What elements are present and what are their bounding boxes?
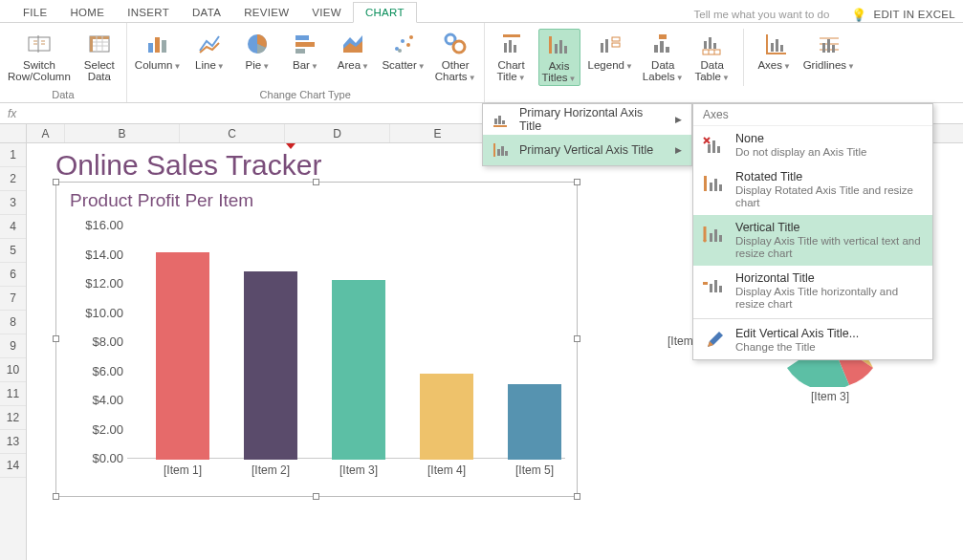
dd2-option-vertical-title[interactable]: Vertical TitleDisplay Axis Title with ve… [693, 215, 932, 266]
svg-rect-58 [719, 184, 722, 191]
dd2-option-horizontal-title[interactable]: Horizontal TitleDisplay Axis Title horiz… [693, 266, 932, 316]
row-header[interactable]: 14 [0, 454, 26, 478]
row-header[interactable]: 9 [0, 334, 26, 358]
pie-chart-button[interactable]: Pie▼ [236, 29, 278, 73]
tab-view[interactable]: VIEW [300, 3, 353, 22]
dd2-header: Axes [693, 104, 932, 126]
data-labels-button[interactable]: Data Labels▼ [641, 29, 686, 84]
row-header[interactable]: 5 [0, 239, 26, 263]
x-axis-category: [Item 5] [496, 463, 573, 477]
column-chart-button[interactable]: Column▼ [133, 29, 184, 73]
column-header[interactable]: E [390, 124, 486, 142]
axis-titles-button[interactable]: Axis Titles▼ [538, 29, 580, 86]
switch-row-column-button[interactable]: Switch Row/Column [6, 29, 73, 82]
tab-file[interactable]: FILE [11, 3, 59, 22]
dd1-vertical-axis-title[interactable]: Primary Vertical Axis Title ▶ [483, 135, 691, 165]
tab-chart[interactable]: CHART [353, 2, 417, 23]
svg-rect-42 [827, 39, 830, 53]
chart-bar[interactable] [332, 280, 385, 460]
svg-rect-9 [295, 42, 315, 47]
svg-rect-8 [295, 35, 309, 40]
legend-button[interactable]: Legend▼ [586, 29, 635, 73]
row-header[interactable]: 10 [0, 358, 26, 382]
bar-chart-button[interactable]: Bar▼ [284, 29, 326, 73]
svg-rect-6 [162, 40, 166, 53]
svg-rect-32 [666, 47, 669, 53]
column-header[interactable]: B [65, 124, 180, 142]
column-header[interactable]: D [285, 124, 390, 142]
other-charts-button[interactable]: Other Charts▼ [433, 29, 478, 84]
embedded-chart[interactable]: Product Profit Per Item $0.00$2.00$4.00$… [55, 182, 578, 497]
ribbon: Switch Row/Column Select Data Data Colum… [0, 23, 963, 103]
fx-label: fx [8, 107, 16, 120]
svg-rect-51 [505, 151, 508, 156]
svg-rect-33 [659, 34, 667, 39]
row-header[interactable]: 11 [0, 382, 26, 406]
svg-rect-22 [549, 36, 552, 54]
y-axis-tick: $14.00 [76, 247, 123, 261]
row-headers: 1234567891011121314 [0, 124, 27, 560]
svg-rect-48 [493, 143, 495, 157]
svg-point-12 [401, 39, 405, 43]
y-axis-tick: $12.00 [76, 276, 123, 291]
chart-bar[interactable] [156, 252, 209, 460]
none-icon [701, 132, 728, 159]
pencil-icon [701, 327, 728, 354]
dd1-horizontal-axis-title[interactable]: Primary Horizontal Axis Title ▶ [483, 104, 691, 135]
tab-data[interactable]: DATA [181, 3, 232, 22]
svg-rect-26 [601, 43, 603, 53]
tell-me-search[interactable]: Tell me what you want to do [690, 7, 843, 22]
row-header[interactable]: 6 [0, 263, 26, 287]
svg-rect-20 [509, 40, 512, 53]
scatter-chart-button[interactable]: Scatter▼ [380, 29, 427, 73]
svg-rect-61 [719, 235, 722, 242]
edit-in-excel-button[interactable]: EDIT IN EXCEL [874, 9, 956, 20]
svg-rect-10 [295, 49, 305, 54]
row-header[interactable]: 12 [0, 406, 26, 430]
row-header[interactable]: 4 [0, 215, 26, 239]
dd2-option-rotated-title[interactable]: Rotated TitleDisplay Rotated Axis Title … [693, 164, 932, 215]
dd2-edit-title[interactable]: Edit Vertical Axis Title... Change the T… [693, 321, 932, 359]
row-header[interactable]: 2 [0, 167, 26, 191]
svg-rect-28 [612, 37, 620, 41]
svg-rect-41 [822, 43, 825, 53]
svg-rect-55 [704, 176, 707, 191]
tab-insert[interactable]: INSERT [116, 3, 181, 22]
axes-button[interactable]: Axes▼ [754, 29, 796, 73]
dd2-option-none[interactable]: NoneDo not display an Axis Title [693, 126, 932, 164]
group-label-type: Change Chart Type [133, 87, 478, 102]
row-header[interactable]: 8 [0, 311, 26, 334]
tab-home[interactable]: HOME [59, 3, 117, 22]
y-axis-tick: $10.00 [76, 305, 123, 319]
submenu-arrow-icon: ▶ [675, 145, 682, 155]
scatter-chart-icon [390, 31, 417, 57]
svg-rect-2 [90, 36, 109, 39]
chart-bar[interactable] [420, 374, 473, 460]
data-table-button[interactable]: Data Table▼ [691, 29, 733, 84]
svg-rect-43 [832, 45, 835, 53]
column-header[interactable]: A [27, 124, 65, 142]
tab-review[interactable]: REVIEW [232, 3, 300, 22]
gridlines-icon [816, 31, 843, 57]
chart-title-button[interactable]: Chart Title▼ [491, 29, 533, 84]
row-header[interactable]: 1 [0, 143, 26, 167]
svg-rect-52 [708, 144, 711, 153]
column-header[interactable]: C [180, 124, 285, 142]
axis-titles-icon [546, 32, 573, 58]
chart-title-text: Product Profit Per Item [70, 190, 253, 211]
line-chart-button[interactable]: Line▼ [188, 29, 230, 73]
x-axis-category: [Item 1] [144, 463, 221, 477]
line-chart-icon [196, 31, 223, 57]
svg-rect-0 [29, 37, 50, 51]
row-header[interactable]: 3 [0, 191, 26, 215]
row-header[interactable]: 7 [0, 287, 26, 311]
gridlines-button[interactable]: Gridlines▼ [801, 29, 857, 73]
area-chart-button[interactable]: Area▼ [332, 29, 374, 73]
select-data-button[interactable]: Select Data [78, 29, 120, 82]
svg-point-13 [406, 43, 410, 47]
chart-title-icon [498, 31, 525, 57]
submenu-arrow-icon: ▶ [675, 115, 682, 124]
row-header[interactable]: 13 [0, 430, 26, 454]
chart-bar[interactable] [244, 271, 297, 460]
chart-bar[interactable] [508, 384, 561, 460]
